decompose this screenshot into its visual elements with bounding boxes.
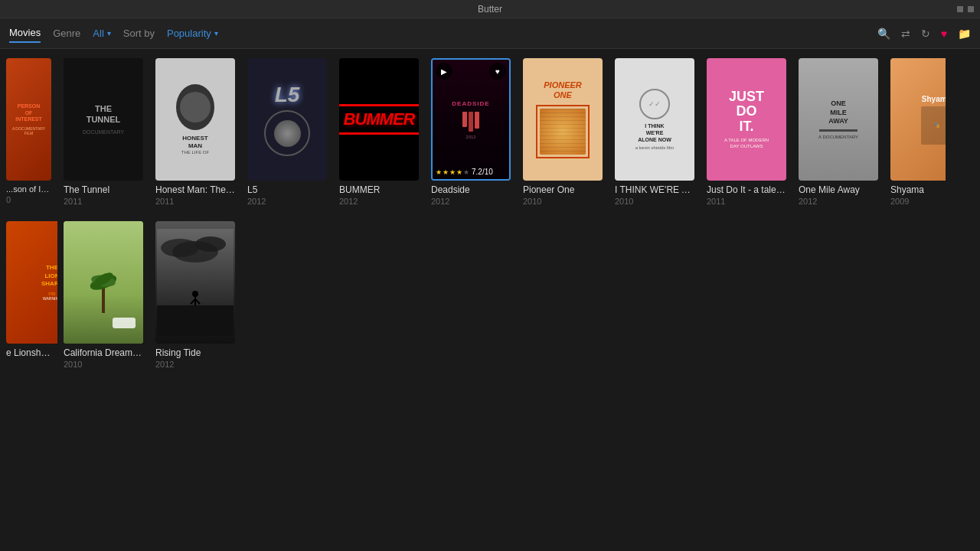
movie-year-honest-man: 2011 — [155, 197, 235, 206]
movie-year-i-think: 2010 — [615, 197, 694, 206]
movie-year-just-do-it: 2011 — [707, 197, 786, 206]
shuffle-icon[interactable]: ⇄ — [901, 28, 910, 40]
movie-item-l5[interactable]: L5 L5 2012 — [241, 55, 333, 212]
movie-row-1: PERSONOFINTEREST A DOCUMENTARY FILM ...s… — [0, 55, 980, 212]
movie-item-california-dreaming[interactable]: California Dreaming 2010 — [57, 218, 149, 375]
movie-year-california-dreaming: 2010 — [64, 360, 143, 369]
nav-genre[interactable]: Genre — [53, 24, 80, 42]
nav-popularity-label: Popularity — [167, 28, 211, 39]
svg-point-9 — [192, 291, 198, 297]
main-content: PERSONOFINTEREST A DOCUMENTARY FILM ...s… — [0, 49, 980, 381]
movie-title-tunnel: The Tunnel — [64, 184, 143, 195]
movie-year-bummer: 2012 — [339, 197, 419, 206]
movie-title-lionshare: e Lionshare — [6, 347, 51, 358]
window-controls[interactable] — [957, 6, 974, 12]
movie-title-one-mile: One Mile Away — [799, 184, 878, 195]
svg-rect-8 — [157, 305, 234, 336]
movie-title-i-think: I THINK WE'RE ALON... — [615, 184, 694, 195]
folder-icon[interactable]: 📁 — [958, 28, 971, 40]
movie-title-shyama: Shyama — [890, 184, 939, 195]
movie-year-one-mile: 2012 — [799, 197, 878, 206]
nav-sortby-label: Sort by — [123, 28, 155, 39]
favorite-overlay-icon[interactable]: ♥ — [489, 63, 506, 80]
nav-all-chevron: ▾ — [107, 29, 111, 37]
movie-year-deadside: 2012 — [431, 197, 511, 206]
movie-item-person-of-interest[interactable]: PERSONOFINTEREST A DOCUMENTARY FILM ...s… — [0, 55, 57, 212]
nav-popularity-chevron: ▾ — [214, 29, 218, 37]
movie-year-person-of-interest: 0 — [6, 195, 51, 204]
movie-item-shyama[interactable]: Shyama 🎭 Shyama 2009 — [884, 55, 946, 212]
movie-item-rising-tide[interactable]: Rising Tide 2012 — [149, 218, 241, 375]
nav-right-icons: 🔍 ⇄ ↻ ♥ 📁 — [877, 28, 971, 40]
nav-popularity-filter[interactable]: Popularity ▾ — [167, 28, 218, 39]
movie-year-tunnel: 2011 — [64, 197, 143, 206]
movie-title-l5: L5 — [247, 184, 327, 195]
favorites-icon[interactable]: ♥ — [941, 28, 947, 40]
movie-item-honest-man[interactable]: HONESTMAN THE LIFE OF Honest Man: The Li… — [149, 55, 241, 212]
movie-title-california-dreaming: California Dreaming — [64, 347, 143, 358]
movie-row-2: THELIONSHARE FBI WARNING e Lionshare — [0, 218, 980, 375]
search-icon[interactable]: 🔍 — [877, 28, 890, 40]
nav-all-filter[interactable]: All ▾ — [93, 28, 110, 39]
movie-item-just-do-it[interactable]: JUSTDOIT. A TALE OF MODERNDAY OUTLAWS Ju… — [701, 55, 792, 212]
movie-title-rising-tide: Rising Tide — [155, 347, 235, 358]
movie-year-pioneer-one: 2010 — [523, 197, 603, 206]
movie-title-person-of-interest: ...son of Interest — [6, 184, 51, 194]
maximize-button[interactable] — [968, 6, 974, 12]
nav-all-label: All — [93, 28, 103, 39]
title-bar: Butter — [0, 0, 980, 18]
refresh-icon[interactable]: ↻ — [921, 28, 930, 40]
movie-title-just-do-it: Just Do It - a tale of ... — [707, 184, 786, 195]
movie-item-lionshare[interactable]: THELIONSHARE FBI WARNING e Lionshare — [0, 218, 57, 375]
nav-movies[interactable]: Movies — [9, 24, 41, 43]
movie-item-i-think[interactable]: ✓✓ I THINKWE'REALONE NOW a kevin shields… — [609, 55, 701, 212]
movie-title-honest-man: Honest Man: The Lif... — [155, 184, 235, 195]
movie-item-one-mile[interactable]: ONEMILEAWAY A DOCUMENTARY One Mile Away … — [792, 55, 884, 212]
movie-title-deadside: Deadside — [431, 184, 511, 195]
movie-item-bummer[interactable]: BUMMER BUMMER 2012 — [333, 55, 425, 212]
app-title: Butter — [478, 4, 502, 15]
movie-year-l5: 2012 — [247, 197, 327, 206]
movie-year-shyama: 2009 — [890, 197, 939, 206]
play-overlay-icon[interactable]: ▶ — [436, 63, 452, 80]
svg-point-7 — [172, 241, 218, 262]
movie-item-deadside[interactable]: DEADSIDE 2012 ▶ ♥ ★ — [425, 55, 517, 212]
movie-item-tunnel[interactable]: THETUNNEL DOCUMENTARY The Tunnel 2011 — [57, 55, 149, 212]
minimize-button[interactable] — [957, 6, 963, 12]
movie-title-pioneer-one: Pioneer One — [523, 184, 603, 195]
movie-item-pioneer-one[interactable]: PIONEERONE Pioneer One 2010 — [517, 55, 609, 212]
movie-title-bummer: BUMMER — [339, 184, 419, 195]
movie-year-rising-tide: 2012 — [155, 360, 235, 369]
nav-bar: Movies Genre All ▾ Sort by Popularity ▾ … — [0, 18, 980, 49]
